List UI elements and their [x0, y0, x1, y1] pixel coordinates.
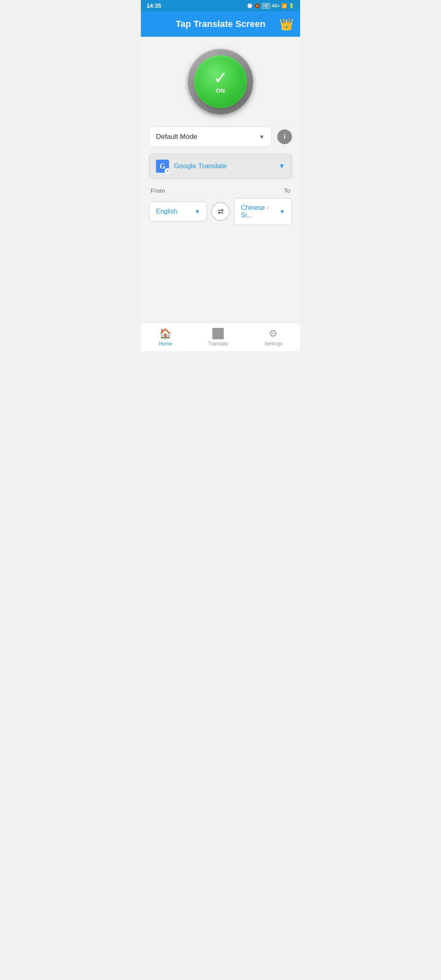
status-icons: 🕐 🔕 HD 4G+ 📶 🔋	[247, 3, 294, 9]
status-bar: 14:35 🕐 🔕 HD 4G+ 📶 🔋	[141, 0, 300, 11]
from-language-text: English	[156, 208, 177, 215]
google-translate-icon: G ✕	[156, 160, 169, 173]
translator-selector[interactable]: G ✕ Google Translate ▼	[149, 154, 292, 179]
translator-dropdown-arrow: ▼	[278, 163, 285, 170]
app-title: Tap Translate Screen	[176, 19, 265, 29]
info-icon: i	[284, 133, 285, 140]
main-content: ✓ ON Default Mode ▼ i G ✕ Google Transla…	[141, 37, 300, 323]
from-language-selector[interactable]: English ▼	[149, 202, 207, 221]
to-label: To	[284, 187, 290, 194]
settings-icon: ⚙	[269, 328, 278, 339]
from-language-arrow: ▼	[194, 208, 200, 215]
language-section: From To English ▼ ⇄ Chinese - Si... ▼	[149, 187, 292, 225]
nav-home[interactable]: 🏠 Home	[151, 325, 180, 350]
nav-settings[interactable]: ⚙ Settings	[256, 325, 290, 350]
status-time: 14:35	[147, 2, 161, 9]
translator-name: Google Translate	[174, 162, 278, 170]
to-language-arrow: ▼	[279, 208, 285, 215]
translate-label: Translate	[208, 341, 229, 347]
home-label: Home	[159, 341, 172, 347]
on-label: ON	[216, 87, 225, 94]
language-selectors: English ▼ ⇄ Chinese - Si... ▼	[149, 198, 292, 225]
from-label: From	[151, 187, 165, 194]
translate-icon: A	[212, 328, 224, 339]
home-icon: 🏠	[159, 328, 172, 339]
swap-icon: ⇄	[218, 207, 224, 216]
language-labels: From To	[149, 187, 292, 194]
info-button[interactable]: i	[277, 129, 292, 144]
mode-label: Default Mode	[156, 133, 197, 141]
alarm-icon: 🕐	[247, 3, 253, 9]
power-button[interactable]: ✓ ON	[188, 49, 253, 114]
mute-icon: 🔕	[254, 3, 260, 9]
to-language-selector[interactable]: Chinese - Si... ▼	[234, 198, 292, 225]
translate-badge: ✕	[165, 168, 170, 174]
battery-icon: 🔋	[289, 3, 294, 9]
mode-row: Default Mode ▼ i	[149, 127, 292, 147]
mode-dropdown[interactable]: Default Mode ▼	[149, 127, 272, 147]
to-language-text: Chinese - Si...	[241, 204, 279, 219]
checkmark-icon: ✓	[214, 69, 228, 87]
signal-icon: 4G+	[272, 4, 280, 8]
g-letter: G	[160, 162, 165, 171]
wifi-icon: 📶	[281, 3, 287, 9]
bottom-nav: 🏠 Home A Translate ⚙ Settings	[141, 323, 300, 351]
settings-label: Settings	[264, 341, 282, 347]
swap-languages-button[interactable]: ⇄	[211, 202, 230, 221]
hd-icon: HD	[262, 3, 270, 9]
nav-translate[interactable]: A Translate	[200, 325, 237, 350]
power-button-inner: ✓ ON	[194, 55, 247, 108]
mode-dropdown-arrow: ▼	[259, 134, 265, 140]
app-bar: Tap Translate Screen 👑	[141, 11, 300, 37]
crown-icon[interactable]: 👑	[279, 18, 294, 31]
